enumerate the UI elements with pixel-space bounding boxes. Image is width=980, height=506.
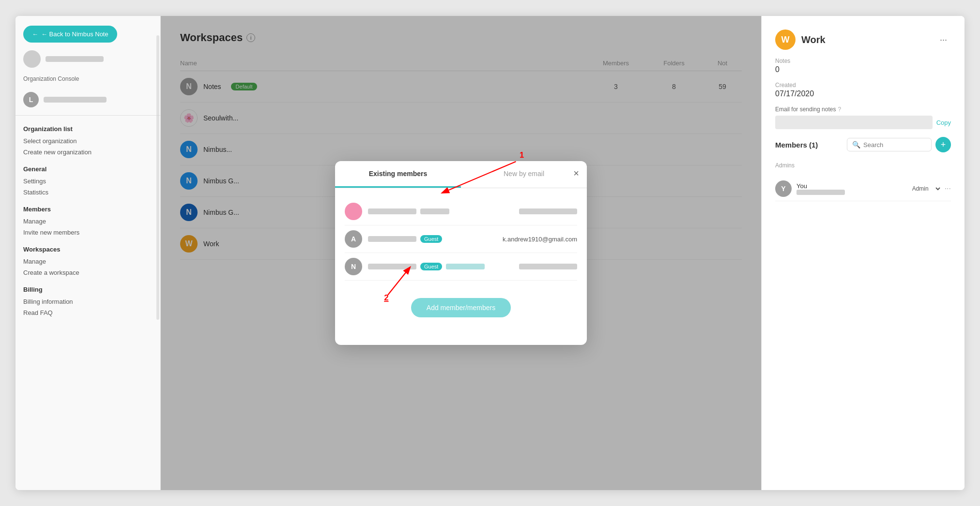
modal-overlay: Existing members New by email × bbox=[161, 16, 761, 490]
created-label: Created bbox=[775, 82, 951, 89]
panel-header: W Work ··· bbox=[775, 30, 951, 50]
sidebar: ← ← Back to Nimbus Note Organization Con… bbox=[15, 16, 161, 490]
search-box: 🔍 bbox=[847, 138, 932, 151]
section-title-members: Members bbox=[23, 206, 153, 213]
search-input[interactable] bbox=[863, 141, 926, 149]
copy-email-button[interactable]: Copy bbox=[936, 119, 951, 126]
panel-members-controls: 🔍 + bbox=[847, 137, 951, 152]
member-avatar-initial: A bbox=[345, 230, 362, 248]
sidebar-link-billing-info[interactable]: Billing information bbox=[23, 296, 153, 307]
panel-workspace-icon: W bbox=[775, 30, 796, 50]
role-select[interactable]: Admin Member Guest bbox=[910, 185, 942, 193]
member-name: You bbox=[796, 182, 905, 190]
org-name-blurred bbox=[46, 56, 104, 62]
user-initial-circle: L bbox=[23, 92, 39, 107]
sidebar-section-org-list: Organization list Select organization Cr… bbox=[15, 119, 160, 160]
panel-created-stat: Created 07/17/2020 bbox=[775, 82, 951, 98]
panel-workspace-info: W Work bbox=[775, 30, 826, 50]
workspace-options-button[interactable]: ··· bbox=[936, 33, 951, 47]
panel-members-header: Members (1) 🔍 + bbox=[775, 137, 951, 152]
tab-existing-members[interactable]: Existing members bbox=[335, 161, 461, 188]
email-blurred bbox=[775, 116, 933, 129]
back-to-nimbus-button[interactable]: ← ← Back to Nimbus Note bbox=[23, 26, 117, 43]
created-value: 07/17/2020 bbox=[775, 89, 951, 98]
member-email-blurred bbox=[519, 208, 577, 214]
member-name-row: Guest bbox=[368, 235, 497, 243]
sidebar-section-workspaces: Workspaces Manage Create a workspace bbox=[15, 240, 160, 280]
member-name-blurred-2 bbox=[420, 208, 449, 214]
section-title-org-list: Organization list bbox=[23, 125, 153, 133]
org-user-block bbox=[15, 50, 160, 75]
member-role-row: Admin Member Guest ··· bbox=[910, 184, 951, 193]
members-title: Members (1) bbox=[775, 141, 818, 149]
search-icon: 🔍 bbox=[852, 141, 860, 149]
notes-value: 0 bbox=[775, 65, 951, 74]
member-extra-blurred bbox=[446, 264, 485, 269]
member-name-blurred bbox=[368, 236, 416, 242]
section-title-general: General bbox=[23, 165, 153, 173]
member-name-row bbox=[368, 208, 513, 214]
sidebar-link-manage-workspaces[interactable]: Manage bbox=[23, 256, 153, 267]
sidebar-scrollbar[interactable] bbox=[156, 35, 159, 320]
sidebar-link-create-org[interactable]: Create new organization bbox=[23, 147, 153, 158]
add-member-panel-button[interactable]: + bbox=[935, 137, 951, 152]
section-title-billing: Billing bbox=[23, 286, 153, 293]
panel-notes-stat: Notes 0 bbox=[775, 58, 951, 74]
user-name-blurred bbox=[44, 97, 107, 103]
email-label: Email for sending notes ? bbox=[775, 106, 951, 113]
sidebar-link-statistics[interactable]: Statistics bbox=[23, 187, 153, 198]
modal-tabs: Existing members New by email bbox=[335, 161, 587, 188]
right-panel: W Work ··· Notes 0 Created 07/17/2020 Em… bbox=[761, 16, 965, 490]
modal-body: A Guest k.andrew1910@gmail.com N Guest bbox=[335, 188, 587, 290]
member-row: Y You Admin Member Guest ··· bbox=[775, 177, 951, 201]
member-item[interactable]: A Guest k.andrew1910@gmail.com bbox=[345, 225, 577, 253]
member-item bbox=[345, 198, 577, 225]
member-options-button[interactable]: ··· bbox=[945, 184, 951, 193]
avatar bbox=[23, 50, 41, 68]
tab-new-by-email[interactable]: New by email bbox=[461, 161, 587, 188]
member-name-blurred bbox=[368, 264, 416, 269]
sidebar-link-select-org[interactable]: Select organization bbox=[23, 135, 153, 147]
notes-label: Notes bbox=[775, 58, 951, 64]
main-content: Workspaces i Name Members Folders Not N … bbox=[161, 16, 761, 490]
sidebar-user-row: L bbox=[15, 88, 160, 111]
member-name-row: Guest bbox=[368, 263, 513, 270]
member-avatar-pink bbox=[345, 203, 362, 220]
sidebar-link-faq[interactable]: Read FAQ bbox=[23, 307, 153, 318]
org-console-label: Organization Console bbox=[15, 75, 160, 88]
app-window: ← ← Back to Nimbus Note Organization Con… bbox=[15, 16, 965, 490]
guest-badge: Guest bbox=[420, 263, 442, 270]
back-button-label: ← Back to Nimbus Note bbox=[41, 30, 108, 38]
help-icon: ? bbox=[838, 106, 841, 113]
member-name-blurred bbox=[368, 208, 416, 214]
member-avatar-n: N bbox=[345, 258, 362, 275]
panel-workspace-name: Work bbox=[801, 34, 826, 45]
modal-footer: Add member/members bbox=[335, 290, 587, 325]
guest-badge: Guest bbox=[420, 235, 442, 243]
member-right-blurred bbox=[519, 264, 577, 269]
member-info: You bbox=[796, 182, 905, 195]
member-subname-blurred bbox=[796, 190, 845, 195]
member-item[interactable]: N Guest bbox=[345, 253, 577, 281]
member-email: k.andrew1910@gmail.com bbox=[503, 236, 577, 243]
sidebar-link-invite-members[interactable]: Invite new members bbox=[23, 227, 153, 238]
modal-close-button[interactable]: × bbox=[573, 168, 579, 179]
sidebar-section-general: General Settings Statistics bbox=[15, 160, 160, 200]
panel-email-row: Copy bbox=[775, 116, 951, 129]
panel-email-section: Email for sending notes ? Copy bbox=[775, 106, 951, 129]
add-member-modal: Existing members New by email × bbox=[335, 161, 587, 345]
sidebar-divider bbox=[15, 115, 160, 116]
add-member-button[interactable]: Add member/members bbox=[411, 298, 511, 317]
back-arrow-icon: ← bbox=[32, 30, 38, 38]
sidebar-link-create-workspace[interactable]: Create a workspace bbox=[23, 267, 153, 278]
sidebar-link-manage-members[interactable]: Manage bbox=[23, 216, 153, 227]
sidebar-section-billing: Billing Billing information Read FAQ bbox=[15, 280, 160, 320]
svg-text:1: 1 bbox=[520, 150, 524, 160]
admins-label: Admins bbox=[775, 162, 951, 169]
sidebar-link-settings[interactable]: Settings bbox=[23, 176, 153, 187]
section-title-workspaces: Workspaces bbox=[23, 246, 153, 253]
sidebar-section-members: Members Manage Invite new members bbox=[15, 200, 160, 240]
member-avatar: Y bbox=[775, 180, 792, 197]
